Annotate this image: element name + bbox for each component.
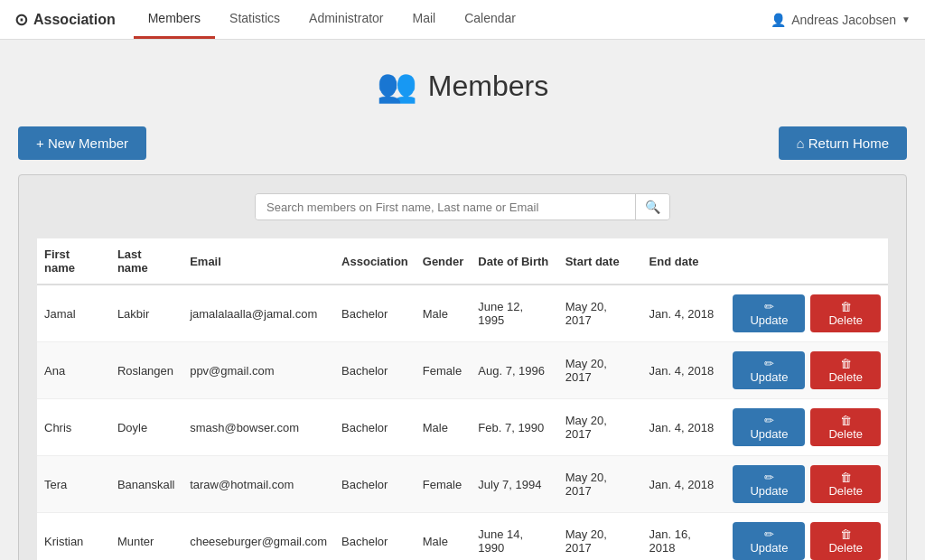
nav-item-statistics[interactable]: Statistics: [215, 0, 294, 39]
delete-button[interactable]: 🗑 Delete: [810, 522, 881, 560]
dropdown-caret-icon: ▼: [902, 14, 911, 24]
col-last-name: Last name: [110, 238, 182, 285]
delete-button[interactable]: 🗑 Delete: [810, 351, 881, 389]
search-input[interactable]: [256, 194, 635, 219]
update-button[interactable]: ✏ Update: [733, 408, 805, 446]
table-row: KristianMuntercheeseburger@gmail.comBach…: [37, 513, 888, 561]
update-button[interactable]: ✏ Update: [733, 465, 805, 503]
table-row: JamalLakbirjamalalaalla@jamal.comBachelo…: [37, 285, 888, 342]
members-table: First name Last name Email Association G…: [37, 238, 888, 560]
page-title: Members: [428, 70, 548, 103]
table-row: AnaRoslangenppv@gmail.comBachelorFemaleA…: [37, 342, 888, 399]
search-wrapper: 🔍: [255, 193, 670, 220]
brand[interactable]: ⊙ Association: [14, 10, 116, 30]
col-end-date: End date: [642, 238, 726, 285]
delete-button[interactable]: 🗑 Delete: [810, 294, 881, 332]
members-icon: 👥: [377, 67, 417, 105]
col-gender: Gender: [416, 238, 472, 285]
search-row: 🔍: [37, 193, 888, 220]
main-container: 👥 Members + New Member ⌂ Return Home 🔍 F…: [0, 40, 925, 560]
navbar: ⊙ Association Members Statistics Adminis…: [0, 0, 925, 40]
username: Andreas Jacobsen: [791, 13, 896, 27]
globe-icon: ⊙: [14, 10, 28, 30]
new-member-button[interactable]: + New Member: [18, 126, 146, 160]
col-dob: Date of Birth: [471, 238, 557, 285]
actions-row: + New Member ⌂ Return Home: [18, 126, 907, 160]
update-button[interactable]: ✏ Update: [733, 294, 805, 332]
table-row: TeraBananskalltaraw@hotmail.comBachelorF…: [37, 456, 888, 513]
col-actions: [725, 238, 888, 285]
page-title-row: 👥 Members: [18, 67, 907, 105]
update-button[interactable]: ✏ Update: [733, 351, 805, 389]
table-row: ChrisDoylesmash@bowser.comBachelorMaleFe…: [37, 399, 888, 456]
col-first-name: First name: [37, 238, 110, 285]
search-button[interactable]: 🔍: [635, 194, 669, 219]
user-icon: 👤: [771, 13, 786, 27]
update-button[interactable]: ✏ Update: [733, 522, 805, 560]
user-menu[interactable]: 👤 Andreas Jacobsen ▼: [771, 13, 911, 27]
return-home-button[interactable]: ⌂ Return Home: [779, 126, 907, 160]
delete-button[interactable]: 🗑 Delete: [810, 465, 881, 503]
nav-item-members[interactable]: Members: [134, 0, 215, 39]
nav-item-calendar[interactable]: Calendar: [450, 0, 530, 39]
brand-label: Association: [33, 12, 116, 28]
nav-item-mail[interactable]: Mail: [398, 0, 451, 39]
col-association: Association: [334, 238, 416, 285]
nav-item-administrator[interactable]: Administrator: [294, 0, 397, 39]
nav-menu: Members Statistics Administrator Mail Ca…: [134, 0, 530, 39]
table-header-row: First name Last name Email Association G…: [37, 238, 888, 285]
delete-button[interactable]: 🗑 Delete: [810, 408, 881, 446]
table-container: 🔍 First name Last name Email Association…: [18, 174, 907, 560]
col-email: Email: [182, 238, 334, 285]
col-start-date: Start date: [558, 238, 642, 285]
